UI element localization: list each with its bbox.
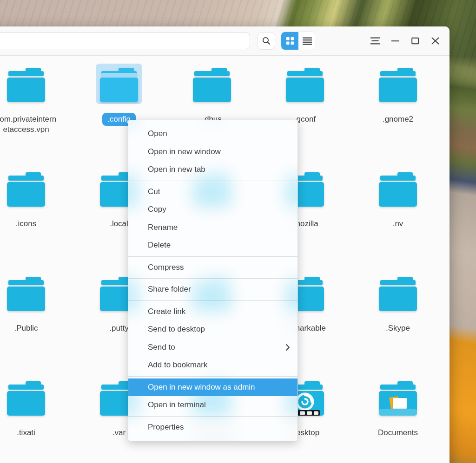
- folder-icon: [377, 275, 418, 312]
- minimize-button[interactable]: [391, 37, 399, 45]
- window-controls: [371, 37, 439, 45]
- folder-icon: [6, 275, 46, 312]
- menu-item-label: Send to: [148, 343, 175, 352]
- menu-item-properties[interactable]: Properties: [128, 418, 298, 437]
- file-item[interactable]: .Public: [0, 265, 73, 369]
- file-label: com.privateintern etaccess.vpn: [0, 114, 56, 135]
- menu-item-label: Open in new window: [148, 147, 221, 157]
- menu-separator: [128, 181, 298, 181]
- close-button[interactable]: [431, 37, 439, 45]
- menu-item-cut[interactable]: Cut: [128, 183, 298, 201]
- menu-item-label: Open in new tab: [148, 165, 205, 174]
- file-item[interactable]: Documents: [351, 369, 444, 463]
- list-view-icon: [303, 37, 312, 45]
- menu-separator: [128, 256, 298, 257]
- menu-item-rename[interactable]: Rename: [128, 219, 298, 237]
- minimize-icon: [391, 37, 399, 45]
- folder-icon: [99, 66, 139, 103]
- menu-item-add-to-bookmark[interactable]: Add to bookmark: [128, 356, 298, 374]
- menu-item-label: Open in terminal: [148, 400, 206, 410]
- context-menu: OpenOpen in new windowOpen in new tabCut…: [128, 120, 298, 441]
- list-view-button[interactable]: [298, 32, 316, 50]
- menu-item-label: Cut: [148, 187, 160, 196]
- maximize-icon: [411, 37, 419, 45]
- file-label: .tixati: [17, 428, 35, 438]
- menu-item-label: Add to bookmark: [148, 360, 208, 370]
- search-button[interactable]: [258, 32, 275, 50]
- folder-icon: [6, 379, 46, 417]
- menu-item-open[interactable]: Open: [128, 125, 298, 143]
- file-label: .gnome2: [383, 114, 413, 124]
- location-bar-input[interactable]: [0, 33, 250, 49]
- desktop: com.privateintern etaccess.vpn.config.db…: [0, 0, 476, 463]
- menu-item-label: Copy: [148, 205, 166, 214]
- menu-separator: [128, 278, 298, 279]
- menu-item-label: Properties: [148, 423, 184, 432]
- file-label: .local: [110, 219, 128, 229]
- file-item[interactable]: com.privateintern etaccess.vpn: [0, 56, 73, 160]
- menu-item-open-in-terminal[interactable]: Open in terminal: [128, 396, 298, 414]
- menu-item-create-link[interactable]: Create link: [128, 303, 298, 321]
- menu-separator: [128, 376, 298, 377]
- menu-separator: [128, 416, 298, 417]
- file-item[interactable]: .gnome2: [351, 56, 444, 160]
- menu-item-share-folder[interactable]: Share folder: [128, 280, 298, 299]
- view-toggle: [281, 32, 316, 50]
- file-item[interactable]: .icons: [0, 160, 73, 265]
- menu-item-label: Delete: [148, 241, 171, 250]
- file-item[interactable]: .nv: [351, 160, 444, 265]
- maximize-button[interactable]: [411, 37, 419, 45]
- menu-item-send-to[interactable]: Send to: [128, 339, 298, 357]
- folder-icon: [284, 66, 325, 103]
- file-label: .Public: [14, 323, 38, 333]
- folder-icon: [377, 66, 418, 103]
- toolbar: [0, 26, 450, 56]
- menu-item-open-in-new-window[interactable]: Open in new window: [128, 143, 298, 161]
- menu-item-label: Send to desktop: [148, 325, 205, 334]
- file-label: .Skype: [386, 323, 410, 333]
- file-label: .nv: [393, 219, 403, 229]
- menu-item-label: Compress: [148, 263, 184, 272]
- file-item[interactable]: .Skype: [351, 265, 444, 369]
- menu-item-open-in-new-window-as-admin[interactable]: Open in new window as admin: [128, 378, 298, 397]
- folder-icon: [192, 66, 232, 103]
- file-label: .icons: [16, 219, 36, 229]
- file-label: .putty: [109, 323, 129, 333]
- menu-item-open-in-new-tab[interactable]: Open in new tab: [128, 161, 298, 179]
- grid-view-button[interactable]: [281, 32, 298, 50]
- menu-item-label: Open: [148, 129, 167, 138]
- file-label: .var: [112, 428, 126, 438]
- file-item[interactable]: .tixati: [0, 369, 73, 463]
- menu-item-delete[interactable]: Delete: [128, 236, 298, 254]
- menu-item-label: Share folder: [148, 285, 191, 294]
- folder-icon: [377, 170, 418, 208]
- menu-item-copy[interactable]: Copy: [128, 201, 298, 219]
- menu-item-label: Create link: [148, 307, 185, 316]
- file-label: Documents: [378, 428, 418, 438]
- hamburger-menu-button[interactable]: [371, 37, 379, 45]
- close-icon: [431, 37, 439, 45]
- grid-view-icon: [286, 37, 294, 45]
- menu-item-compress[interactable]: Compress: [128, 259, 298, 277]
- menu-item-label: Open in new window as admin: [148, 383, 255, 392]
- folder-icon: [377, 379, 418, 417]
- folder-icon: [6, 170, 46, 208]
- menu-item-send-to-desktop[interactable]: Send to desktop: [128, 320, 298, 339]
- menu-item-label: Rename: [148, 223, 178, 232]
- folder-icon: [6, 66, 46, 103]
- menu-separator: [128, 300, 298, 301]
- search-icon: [262, 36, 271, 46]
- hamburger-icon: [370, 37, 380, 45]
- submenu-chevron-icon: [285, 344, 290, 351]
